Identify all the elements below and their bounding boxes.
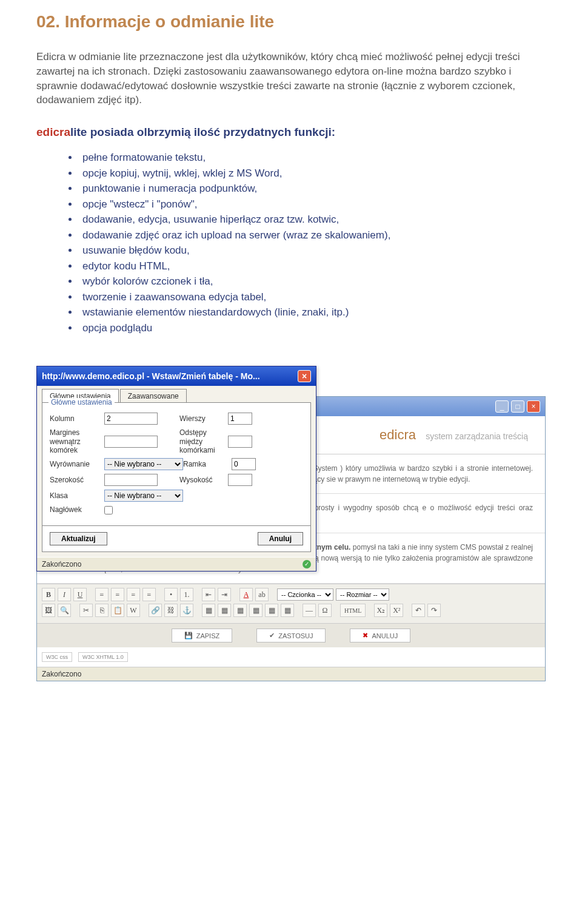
undo-icon[interactable]: ↶	[412, 604, 425, 617]
label-cellspacing: Odstępy między komórkami	[179, 428, 228, 454]
label-columns: Kolumn	[50, 414, 104, 423]
update-button[interactable]: Aktualizuj	[50, 532, 107, 545]
w3c-badges: W3C css W3C XHTML 1.0	[37, 647, 545, 667]
label-border: Ramka	[183, 460, 232, 468]
list-item: opcje kopiuj, wytnij, wklej, wklej z MS …	[79, 166, 546, 181]
table-row-icon[interactable]: ▦	[218, 604, 231, 617]
fieldset-legend: Główne ustawienia	[48, 398, 115, 406]
char-icon[interactable]: Ω	[318, 604, 332, 617]
maximize-icon[interactable]: □	[511, 400, 524, 413]
header-checkbox[interactable]	[104, 506, 113, 514]
save-button[interactable]: 💾ZAPISZ	[172, 629, 233, 642]
paste-icon[interactable]: 📋	[111, 604, 124, 617]
apply-button[interactable]: ✔ZASTOSUJ	[256, 629, 326, 642]
close-icon[interactable]: ×	[527, 400, 540, 413]
indent-icon[interactable]: ⇥	[218, 588, 231, 601]
anchor-icon[interactable]: ⚓	[180, 604, 193, 617]
list-item: dodawanie zdjęć oraz ich upload na serwe…	[79, 228, 546, 243]
border-field[interactable]	[232, 458, 256, 470]
hr-icon[interactable]: —	[303, 604, 316, 617]
dialog-cancel-button[interactable]: Anuluj	[258, 532, 303, 545]
columns-field[interactable]	[104, 413, 158, 425]
label-header: Nagłówek	[50, 505, 104, 514]
table-dialog: http://www.demo.edico.pl - Wstaw/Zmień t…	[36, 366, 316, 572]
image-icon[interactable]: 🖼	[42, 604, 55, 617]
paste-word-icon[interactable]: W	[127, 604, 140, 617]
link-icon[interactable]: 🔗	[149, 604, 162, 617]
toolbar-row-1: B I U ≡ ≡ ≡ ≡ • 1. ⇤ ⇥ A ab	[42, 588, 540, 601]
table-del-icon[interactable]: ▦	[249, 604, 263, 617]
screenshot-stack: ozilla Firefox _ □ × edicra system zarzą…	[36, 366, 546, 924]
feature-list: pełne formatowanie tekstu, opcje kopiuj,…	[79, 150, 546, 336]
outdent-icon[interactable]: ⇤	[202, 588, 215, 601]
rows-field[interactable]	[228, 413, 252, 425]
cellpadding-field[interactable]	[104, 436, 158, 448]
underline-icon[interactable]: U	[73, 588, 87, 601]
tab-advanced[interactable]: Zaawansowane	[120, 389, 187, 403]
editor-toolbar: B I U ≡ ≡ ≡ ≡ • 1. ⇤ ⇥ A ab	[37, 584, 545, 624]
label-align: Wyrównanie	[50, 460, 104, 468]
cancel-button[interactable]: ✖ANULUJ	[350, 629, 410, 642]
table-split-icon[interactable]: ▦	[265, 604, 278, 617]
browser-statusbar: Zakończono	[37, 667, 545, 681]
editor-action-bar: 💾ZAPISZ ✔ZASTOSUJ ✖ANULUJ	[37, 624, 545, 647]
table-icon[interactable]: ▦	[202, 604, 215, 617]
close-icon[interactable]: ×	[298, 370, 311, 382]
list-item: usuwanie błędów kodu,	[79, 243, 546, 258]
table-col-icon[interactable]: ▦	[233, 604, 247, 617]
brand-tagline: system zarządzania treścią	[426, 431, 528, 441]
save-icon: 💾	[184, 632, 193, 639]
unlink-icon[interactable]: ⛓	[164, 604, 178, 617]
italic-icon[interactable]: I	[58, 588, 71, 601]
list-item: edytor kodu HTML,	[79, 258, 546, 274]
list-item: opcja podglądu	[79, 320, 546, 336]
copy-icon[interactable]: ⎘	[95, 604, 109, 617]
list-ul-icon[interactable]: •	[164, 588, 178, 601]
features-subhead: edicralite posiada olbrzymią ilość przyd…	[36, 126, 546, 139]
align-justify-icon[interactable]: ≡	[142, 588, 156, 601]
dialog-status-text: Zakończono	[42, 560, 81, 568]
height-field[interactable]	[228, 474, 252, 486]
label-width: Szerokość	[50, 476, 104, 484]
list-item: pełne formatowanie tekstu,	[79, 150, 546, 166]
window-buttons: _ □ ×	[495, 400, 540, 413]
page-heading: 02. Informacje o odmianie lite	[36, 12, 546, 32]
class-select[interactable]: -- Nie wybrano --	[104, 490, 183, 502]
align-select[interactable]: -- Nie wybrano --	[104, 458, 183, 470]
list-ol-icon[interactable]: 1.	[180, 588, 193, 601]
align-right-icon[interactable]: ≡	[127, 588, 140, 601]
cut-icon[interactable]: ✂	[79, 604, 93, 617]
cancel-icon: ✖	[363, 632, 368, 639]
highlight-icon[interactable]: ab	[255, 588, 269, 601]
subhead-brand: edicra	[36, 126, 70, 138]
superscript-icon[interactable]: X²	[390, 604, 403, 617]
align-left-icon[interactable]: ≡	[95, 588, 109, 601]
label-cellpadding: Margines wewnątrz komórek	[50, 428, 104, 454]
minimize-icon[interactable]: _	[495, 400, 509, 413]
dialog-title-text: http://www.demo.edico.pl - Wstaw/Zmień t…	[42, 371, 260, 381]
html-button[interactable]: HTML	[340, 604, 366, 617]
redo-icon[interactable]: ↷	[427, 604, 441, 617]
done-icon: ✓	[303, 560, 311, 568]
width-field[interactable]	[104, 474, 158, 486]
subhead-rest: lite posiada olbrzymią ilość przydatnych…	[70, 126, 335, 138]
bold-icon[interactable]: B	[42, 588, 55, 601]
cellspacing-field[interactable]	[228, 436, 252, 448]
list-item: wybór kolorów czcionek i tła,	[79, 274, 546, 289]
table-merge-icon[interactable]: ▦	[281, 604, 294, 617]
align-center-icon[interactable]: ≡	[111, 588, 124, 601]
check-icon: ✔	[269, 632, 275, 639]
font-select[interactable]: -- Czcionka --	[277, 588, 333, 601]
size-select[interactable]: -- Rozmiar --	[336, 588, 389, 601]
w3c-xhtml-badge: W3C XHTML 1.0	[78, 652, 128, 662]
list-item: dodawanie, edycja, usuwanie hiperłącz or…	[79, 212, 546, 228]
dialog-body: Główne ustawienia Zaawansowane Główne us…	[37, 386, 316, 557]
preview-icon[interactable]: 🔍	[58, 604, 71, 617]
toolbar-row-2: 🖼 🔍 ✂ ⎘ 📋 W 🔗 ⛓ ⚓ ▦ ▦ ▦ ▦ ▦	[42, 604, 540, 617]
list-item: wstawianie elementów niestandardowych (l…	[79, 305, 546, 320]
label-height: Wysokość	[179, 476, 228, 484]
dialog-actions: Aktualizuj Anuluj	[42, 526, 311, 552]
subscript-icon[interactable]: X₂	[374, 604, 387, 617]
text-color-icon[interactable]: A	[239, 588, 253, 601]
list-item: punktowanie i numeracja podpunktów,	[79, 181, 546, 197]
